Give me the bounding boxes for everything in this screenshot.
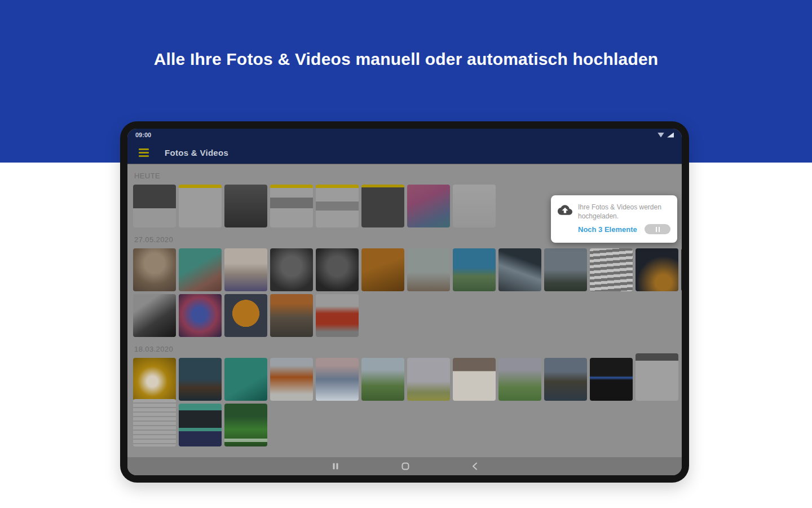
pause-upload-button[interactable]: [645, 224, 670, 234]
home-button[interactable]: [401, 462, 409, 470]
thumbnail-row: [133, 358, 682, 401]
thumb-dusk-hills[interactable]: [544, 248, 587, 291]
recents-icon: [332, 462, 339, 470]
thumb-beer-food-table[interactable]: [361, 248, 404, 291]
app-bar-title: Fotos & Videos: [165, 148, 228, 157]
tablet-screen: 09:00 Fotos & Videos HEUTE27.05.202018.0…: [127, 129, 682, 475]
thumb-mountain-lake-night[interactable]: [179, 358, 222, 401]
thumbnail-row: [133, 404, 682, 446]
thumb-game-screenshot-green[interactable]: [224, 404, 267, 446]
status-bar: 09:00: [127, 129, 682, 141]
thumb-stadium-aerial-dusk[interactable]: [270, 294, 313, 337]
date-section-label: HEUTE: [134, 172, 682, 180]
thumb-portrait-man-dark[interactable]: [270, 248, 313, 291]
toast-message: Ihre Fotos & Videos werden hochgeladen.: [578, 203, 664, 221]
wifi-icon: [657, 133, 664, 138]
gallery-section: 27.05.2020: [133, 235, 682, 337]
thumb-church-tower[interactable]: [407, 248, 450, 291]
back-icon: [471, 462, 478, 470]
thumb-portrait-woman-beanie[interactable]: [133, 248, 176, 291]
thumb-white-roof-structure[interactable]: [590, 248, 633, 291]
thumb-partial-clipped[interactable]: [681, 248, 682, 291]
thumb-screenshot-settings-doc[interactable]: [453, 185, 496, 227]
status-time: 09:00: [135, 132, 151, 138]
thumb-valley-road[interactable]: [361, 358, 404, 401]
thumb-portrait-man-gray[interactable]: [316, 248, 359, 291]
thumb-alpine-village[interactable]: [498, 358, 541, 401]
hamburger-menu-icon[interactable]: [139, 148, 149, 157]
thumb-dark-square-yellow-corner[interactable]: [361, 185, 404, 227]
upload-toast: Ihre Fotos & Videos werden hochgeladen. …: [551, 195, 677, 243]
thumb-autumn-tree-snow[interactable]: [270, 358, 313, 401]
thumb-screenshot-home-screen-pink[interactable]: [407, 185, 450, 227]
status-icons: [657, 133, 674, 138]
thumb-city-skyline-day[interactable]: [453, 248, 496, 291]
thumb-night-city-lights[interactable]: [636, 248, 678, 291]
thumb-meadow-clouds[interactable]: [407, 358, 450, 401]
thumb-screenshot-yellow-header-grid[interactable]: [316, 185, 359, 227]
thumbnail-row: [133, 248, 682, 291]
app-bar: Fotos & Videos: [127, 141, 682, 164]
thumb-portrait-woman-teal[interactable]: [179, 248, 222, 291]
thumb-portrait-woman-light[interactable]: [224, 248, 267, 291]
back-button[interactable]: [471, 462, 478, 470]
signal-icon: [667, 133, 674, 138]
thumb-mountain-fjord[interactable]: [544, 358, 587, 401]
recents-button[interactable]: [332, 462, 339, 470]
pause-icon: [656, 227, 660, 232]
thumbnail-row: [133, 294, 682, 337]
tablet-device: 09:00 Fotos & Videos HEUTE27.05.202018.0…: [120, 121, 689, 483]
cloud-upload-icon: [558, 203, 572, 220]
thumb-screenshot-dark-app[interactable]: [133, 185, 176, 227]
gallery-content: HEUTE27.05.202018.03.2020 Ihre Fotos & V…: [127, 164, 682, 457]
thumb-golden-cave-arch[interactable]: [133, 358, 176, 401]
thumb-bridge-silhouette[interactable]: [498, 248, 541, 291]
promo-headline: Alle Ihre Fotos & Videos manuell oder au…: [0, 50, 812, 69]
thumb-classic-car-museum[interactable]: [316, 294, 359, 337]
thumb-screenshot-code-editor-teal[interactable]: [179, 404, 222, 446]
thumb-screenshot-dark-player[interactable]: [590, 358, 633, 401]
date-section-label: 18.03.2020: [134, 345, 682, 353]
thumb-screenshot-yellow-header-doc[interactable]: [179, 185, 222, 227]
thumb-snowy-peaks[interactable]: [316, 358, 359, 401]
thumb-screenshot-dark-photo[interactable]: [224, 185, 267, 227]
thumb-teal-sea-aerial[interactable]: [224, 358, 267, 401]
gallery-section: 18.03.2020: [133, 345, 682, 446]
thumb-screenshot-document-tall[interactable]: [636, 353, 678, 401]
thumb-screenshot-yellow-header-gallery[interactable]: [270, 185, 313, 227]
home-icon: [401, 462, 409, 470]
thumb-neon-ferris-wheel[interactable]: [179, 294, 222, 337]
toast-body: Ihre Fotos & Videos werden hochgeladen. …: [578, 203, 670, 234]
thumb-bw-street-scene[interactable]: [133, 294, 176, 337]
thumb-orange-mural-tunnel[interactable]: [224, 294, 267, 337]
thumb-document-text-page[interactable]: [133, 399, 176, 446]
android-nav-bar: [127, 457, 682, 475]
toast-progress-label: Noch 3 Elemente: [578, 225, 637, 234]
thumb-marmot-snow[interactable]: [453, 358, 496, 401]
